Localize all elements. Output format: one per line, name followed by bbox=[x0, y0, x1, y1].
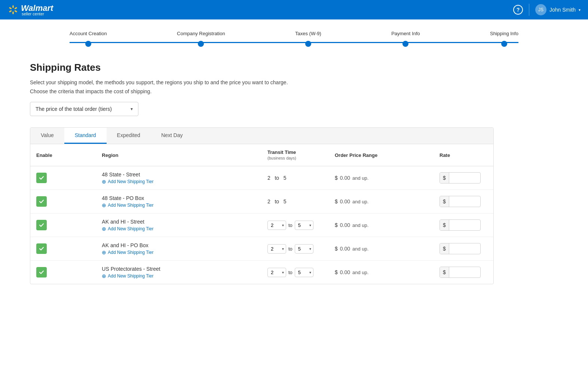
rate-input[interactable] bbox=[449, 197, 475, 207]
step-account-creation: Account Creation bbox=[70, 31, 107, 47]
add-tier-link[interactable]: ⊕ Add New Shipping Tier bbox=[102, 250, 255, 255]
enable-checkbox[interactable] bbox=[36, 220, 47, 230]
region-name: US Protectorates - Street bbox=[102, 266, 255, 272]
criteria-dropdown[interactable]: The price of the total order (tiers) ▾ bbox=[30, 102, 138, 116]
rate-input-wrapper: $ bbox=[440, 267, 481, 278]
rate-cell: $ bbox=[434, 166, 493, 190]
checkmark-icon bbox=[39, 270, 44, 275]
region-cell: AK and HI - Street ⊕ Add New Shipping Ti… bbox=[96, 213, 261, 237]
help-button[interactable]: ? bbox=[513, 5, 523, 15]
walmart-spark-icon bbox=[7, 4, 19, 15]
rate-input-wrapper: $ bbox=[440, 196, 481, 207]
checkmark-icon bbox=[39, 222, 44, 228]
dollar-icon: $ bbox=[440, 196, 449, 207]
step-label: Company Registration bbox=[177, 31, 225, 36]
rate-input[interactable] bbox=[449, 173, 475, 183]
checkbox-wrapper bbox=[36, 220, 90, 230]
dollar-icon: $ bbox=[440, 173, 449, 183]
add-tier-link[interactable]: ⊕ Add New Shipping Tier bbox=[102, 179, 255, 184]
rate-cell: $ bbox=[434, 213, 493, 237]
checkbox-wrapper bbox=[36, 196, 90, 207]
order-price-cell: $ 0.00 and up. bbox=[329, 213, 434, 237]
table-row: AK and HI - PO Box ⊕ Add New Shipping Ti… bbox=[30, 237, 493, 261]
step-dot bbox=[85, 41, 91, 47]
transit-from-select[interactable]: 2345 bbox=[267, 221, 286, 230]
transit-time-cell: 2345 to 5678 bbox=[261, 261, 329, 284]
step-dot bbox=[402, 41, 408, 47]
region-column-header: Region bbox=[96, 144, 261, 166]
checkmark-icon bbox=[39, 175, 44, 181]
checkbox-wrapper bbox=[36, 267, 90, 278]
step-payment-info: Payment Info bbox=[391, 31, 420, 47]
transit-from-select[interactable]: 2345 bbox=[267, 268, 286, 277]
rate-input[interactable] bbox=[449, 244, 475, 254]
enable-checkbox[interactable] bbox=[36, 243, 47, 254]
dollar-icon: $ bbox=[440, 267, 449, 278]
table-row: US Protectorates - Street ⊕ Add New Ship… bbox=[30, 261, 493, 284]
user-area[interactable]: JS John Smith ▾ bbox=[535, 4, 581, 15]
checkmark-icon bbox=[39, 246, 44, 251]
transit-to-select[interactable]: 5678 bbox=[295, 221, 313, 230]
region-cell: 48 State - Street ⊕ Add New Shipping Tie… bbox=[96, 166, 261, 190]
order-price-cell: $ 0.00 and up. bbox=[329, 237, 434, 261]
price-value: 0.00 bbox=[340, 198, 350, 204]
enable-checkbox[interactable] bbox=[36, 196, 47, 207]
transit-dropdown: 2345 to 5678 bbox=[267, 268, 323, 277]
enable-cell bbox=[30, 237, 96, 261]
step-label: Payment Info bbox=[391, 31, 420, 36]
dollar-icon: $ bbox=[440, 243, 449, 254]
checkbox-wrapper bbox=[36, 173, 90, 183]
add-tier-link[interactable]: ⊕ Add New Shipping Tier bbox=[102, 226, 255, 231]
region-cell: US Protectorates - Street ⊕ Add New Ship… bbox=[96, 261, 261, 284]
tab-next-day[interactable]: Next Day bbox=[151, 128, 193, 144]
price-value: 0.00 bbox=[340, 246, 350, 252]
step-label: Taxes (W-9) bbox=[295, 31, 321, 36]
price-value: 0.00 bbox=[340, 269, 350, 275]
step-shipping-info: Shipping Info bbox=[490, 31, 518, 47]
and-up-label: and up. bbox=[352, 246, 368, 252]
transit-from-wrapper: 2345 bbox=[267, 244, 286, 254]
walmart-logo: Walmart seller center bbox=[7, 3, 53, 16]
dollar-sign: $ bbox=[335, 198, 338, 204]
dollar-icon: $ bbox=[440, 220, 449, 230]
dollar-sign: $ bbox=[335, 222, 338, 228]
page-description: Select your shipping model, the methods … bbox=[30, 79, 494, 85]
tab-value[interactable]: Value bbox=[30, 128, 64, 144]
and-up-label: and up. bbox=[352, 270, 368, 275]
table-row: AK and HI - Street ⊕ Add New Shipping Ti… bbox=[30, 213, 493, 237]
add-tier-link[interactable]: ⊕ Add New Shipping Tier bbox=[102, 273, 255, 279]
table-row: 48 State - PO Box ⊕ Add New Shipping Tie… bbox=[30, 190, 493, 213]
region-cell: AK and HI - PO Box ⊕ Add New Shipping Ti… bbox=[96, 237, 261, 261]
shipping-tabs: Value Standard Expedited Next Day bbox=[30, 128, 493, 144]
enable-cell bbox=[30, 261, 96, 284]
transit-from-select[interactable]: 2345 bbox=[267, 244, 286, 254]
price-range: $ 0.00 and up. bbox=[335, 198, 428, 204]
enable-checkbox[interactable] bbox=[36, 267, 47, 278]
page-title: Shipping Rates bbox=[30, 62, 494, 73]
rate-cell: $ bbox=[434, 237, 493, 261]
transit-to-wrapper: 5678 bbox=[295, 221, 313, 230]
rate-input-wrapper: $ bbox=[440, 172, 481, 184]
transit-time-cell: 2 to 5 bbox=[261, 190, 329, 213]
transit-to-select[interactable]: 5678 bbox=[295, 244, 313, 254]
transit-to-select[interactable]: 5678 bbox=[295, 268, 313, 277]
region-name: 48 State - Street bbox=[102, 172, 255, 178]
transit-static: 2 to 5 bbox=[267, 175, 287, 181]
shipping-table-container: Value Standard Expedited Next Day Enable… bbox=[30, 127, 494, 284]
header-divider bbox=[529, 4, 529, 16]
rate-cell: $ bbox=[434, 190, 493, 213]
enable-checkbox[interactable] bbox=[36, 173, 47, 183]
transit-subtext: (business days) bbox=[267, 156, 296, 160]
transit-to-wrapper: 5678 bbox=[295, 244, 313, 254]
enable-column-header: Enable bbox=[30, 144, 96, 166]
tab-standard[interactable]: Standard bbox=[64, 128, 107, 144]
and-up-label: and up. bbox=[352, 175, 368, 181]
region-name: AK and HI - Street bbox=[102, 219, 255, 225]
step-dot bbox=[501, 41, 507, 47]
order-price-cell: $ 0.00 and up. bbox=[329, 261, 434, 284]
region-cell: 48 State - PO Box ⊕ Add New Shipping Tie… bbox=[96, 190, 261, 213]
rate-input[interactable] bbox=[449, 220, 475, 230]
rate-input[interactable] bbox=[449, 267, 475, 278]
add-tier-link[interactable]: ⊕ Add New Shipping Tier bbox=[102, 203, 255, 208]
tab-expedited[interactable]: Expedited bbox=[107, 128, 151, 144]
